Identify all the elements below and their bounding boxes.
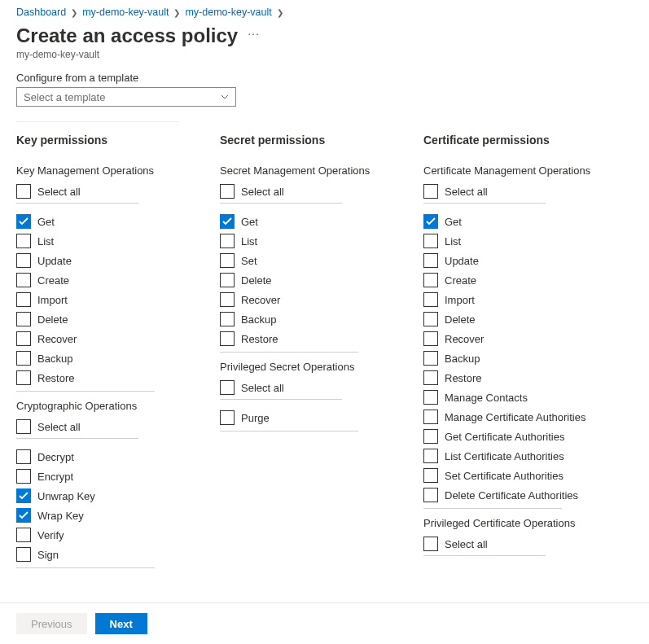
checkbox-icon <box>220 410 235 425</box>
checkbox-icon <box>423 468 438 483</box>
permission-checkbox[interactable]: Backup <box>16 348 212 368</box>
checkbox-icon <box>16 312 31 326</box>
permission-checkbox[interactable]: Import <box>423 290 635 309</box>
template-select[interactable]: Select a template <box>16 87 236 107</box>
checkbox-label: List <box>445 235 461 248</box>
permission-checkbox[interactable]: Get <box>16 212 212 231</box>
column-heading: Secret permissions <box>220 134 415 147</box>
checkbox-icon <box>16 234 31 248</box>
checkbox-label: Restore <box>241 333 278 345</box>
permission-checkbox[interactable]: Encrypt <box>16 467 212 486</box>
checkbox-icon <box>423 390 438 405</box>
permission-checkbox[interactable]: Purge <box>220 408 415 427</box>
permission-checkbox[interactable]: Get <box>220 212 415 231</box>
permission-checkbox[interactable]: Get Certificate Authorities <box>423 427 635 446</box>
select-all-checkbox[interactable]: Select all <box>16 417 138 436</box>
checkbox-label: Decrypt <box>37 451 74 463</box>
permission-checkbox[interactable]: Set <box>220 251 415 270</box>
permission-checkbox[interactable]: List <box>423 231 635 251</box>
permission-checkbox[interactable]: Delete <box>423 309 635 329</box>
next-button[interactable]: Next <box>95 613 147 634</box>
page-subtitle: my-demo-key-vault <box>0 49 649 72</box>
permission-checkbox[interactable]: Recover <box>220 290 415 309</box>
checkbox-label: Manage Certificate Authorities <box>445 411 585 423</box>
checkbox-icon <box>16 184 31 199</box>
permission-checkbox[interactable]: List Certificate Authorities <box>423 446 635 466</box>
checkbox-icon <box>423 429 438 444</box>
checkbox-icon <box>423 214 438 229</box>
column-heading: Key permissions <box>16 134 212 147</box>
breadcrumb-link[interactable]: my-demo-key-vault <box>82 7 169 18</box>
permission-checkbox[interactable]: Get <box>423 212 635 231</box>
permission-checkbox[interactable]: Manage Certificate Authorities <box>423 407 635 427</box>
permission-checkbox[interactable]: Manage Contacts <box>423 388 635 407</box>
permission-checkbox[interactable]: Backup <box>220 309 415 329</box>
checkbox-label: List <box>37 235 54 248</box>
checkbox-label: Get <box>37 216 55 228</box>
permission-checkbox[interactable]: Sign <box>16 545 212 564</box>
group-divider <box>423 508 562 509</box>
permission-checkbox[interactable]: Update <box>423 251 635 270</box>
permission-checkbox[interactable]: Backup <box>423 348 635 368</box>
permission-checkbox[interactable]: Restore <box>16 368 212 388</box>
group-label: Privileged Certificate Operations <box>423 517 635 529</box>
checkbox-label: Backup <box>241 313 276 326</box>
checkbox-label: Wrap Key <box>37 510 84 522</box>
permission-checkbox[interactable]: List <box>220 231 415 251</box>
permission-checkbox[interactable]: List <box>16 231 212 251</box>
permission-checkbox[interactable]: Delete <box>16 309 212 329</box>
permission-checkbox[interactable]: Recover <box>16 329 212 348</box>
permission-checkbox[interactable]: Restore <box>423 368 635 388</box>
checkbox-icon <box>16 331 31 346</box>
permission-checkbox[interactable]: Create <box>423 270 635 290</box>
select-all-checkbox[interactable]: Select all <box>423 182 546 201</box>
checkbox-label: Recover <box>37 333 77 345</box>
checkbox-icon <box>423 537 438 551</box>
breadcrumb-link[interactable]: Dashboard <box>16 7 66 18</box>
page-title: Create an access policy <box>16 24 238 47</box>
template-section: Configure from a template Select a templ… <box>0 72 649 115</box>
breadcrumb-link[interactable]: my-demo-key-vault <box>185 7 271 18</box>
select-all-checkbox[interactable]: Select all <box>423 534 546 554</box>
checkbox-label: Purge <box>241 412 270 424</box>
chevron-right-icon: ❯ <box>277 8 283 17</box>
checkbox-label: Manage Contacts <box>445 392 528 404</box>
permission-checkbox[interactable]: Delete Certificate Authorities <box>423 485 635 505</box>
checkbox-icon <box>423 410 438 424</box>
permission-checkbox[interactable]: Create <box>16 270 212 290</box>
permission-checkbox[interactable]: Recover <box>423 329 635 348</box>
checkbox-label: Recover <box>241 294 280 306</box>
select-all-checkbox[interactable]: Select all <box>16 182 138 201</box>
permission-checkbox[interactable]: Unwrap Key <box>16 486 212 506</box>
checkbox-label: Sign <box>37 549 59 561</box>
permission-checkbox[interactable]: Wrap Key <box>16 506 212 525</box>
checkbox-icon <box>16 449 31 464</box>
permission-checkbox[interactable]: Update <box>16 251 212 270</box>
checkbox-icon <box>220 292 235 307</box>
select-all-checkbox[interactable]: Select all <box>220 378 342 397</box>
permission-checkbox[interactable]: Verify <box>16 525 212 545</box>
checkbox-icon <box>423 370 438 385</box>
checkbox-icon <box>423 273 438 287</box>
permission-checkbox[interactable]: Set Certificate Authorities <box>423 466 635 485</box>
checkbox-label: Unwrap Key <box>37 490 95 502</box>
checkbox-icon <box>16 253 31 268</box>
previous-button[interactable]: Previous <box>16 613 87 634</box>
group-label: Privileged Secret Operations <box>220 361 415 373</box>
divider <box>16 121 179 122</box>
checkbox-icon <box>16 528 31 542</box>
checkbox-icon <box>423 292 438 307</box>
checkbox-label: Select all <box>445 538 488 550</box>
permission-checkbox[interactable]: Delete <box>220 270 415 290</box>
more-actions-button[interactable]: ··· <box>248 27 260 45</box>
checkbox-icon <box>16 351 31 366</box>
permission-checkbox[interactable]: Restore <box>220 329 415 348</box>
permission-checkbox[interactable]: Decrypt <box>16 447 212 467</box>
checkbox-label: Get <box>241 216 258 228</box>
select-all-checkbox[interactable]: Select all <box>220 182 342 201</box>
checkbox-icon <box>16 547 31 562</box>
checkbox-icon <box>423 488 438 502</box>
secret-permissions-column: Secret permissions Secret Management Ope… <box>220 134 423 573</box>
permission-checkbox[interactable]: Import <box>16 290 212 309</box>
chevron-right-icon: ❯ <box>173 8 180 17</box>
